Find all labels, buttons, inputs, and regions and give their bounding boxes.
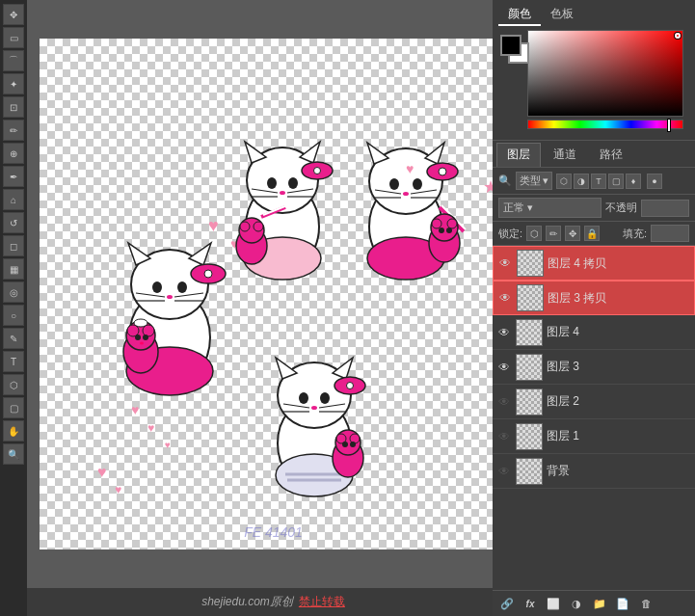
svg-text:♥: ♥ xyxy=(115,483,121,496)
layer-name: 图层 3 拷贝 xyxy=(548,290,690,307)
layer-adjustment-btn[interactable]: ◑ xyxy=(568,595,585,612)
foreground-color[interactable] xyxy=(500,35,521,56)
layer-item[interactable]: 👁 图层 4 xyxy=(493,315,695,350)
tool-crop[interactable]: ⊡ xyxy=(3,96,24,118)
svg-point-25 xyxy=(135,335,141,340)
layer-filter-adjust[interactable]: ◑ xyxy=(574,174,589,189)
opacity-label: 不透明 xyxy=(605,201,637,215)
tool-select[interactable]: ▭ xyxy=(3,27,24,48)
layer-visibility-toggle[interactable]: 👁 xyxy=(497,255,513,271)
layer-visibility-toggle[interactable]: 👁 xyxy=(496,360,512,375)
layer-new-btn[interactable]: 📄 xyxy=(614,595,631,612)
layer-thumbnail xyxy=(516,423,543,450)
canvas-document[interactable]: ♥ ♥ ★ ★ ♥ ♥ ♥ xyxy=(40,39,508,549)
svg-point-36 xyxy=(389,178,399,190)
layer-item[interactable]: 👁 图层 3 拷贝 xyxy=(493,281,695,315)
layer-item[interactable]: 👁 图层 4 拷贝 xyxy=(493,246,695,281)
svg-point-81 xyxy=(320,392,330,404)
tool-eraser[interactable]: ◻ xyxy=(3,235,24,256)
svg-point-92 xyxy=(350,442,356,447)
tab-channels[interactable]: 通道 xyxy=(543,143,587,167)
svg-point-82 xyxy=(311,406,317,410)
tool-zoom[interactable]: 🔍 xyxy=(3,443,24,465)
layer-thumbnail xyxy=(516,388,543,415)
layer-name: 图层 4 拷贝 xyxy=(548,255,690,272)
fill-label: 填充: xyxy=(623,227,647,241)
tool-shape[interactable]: ▢ xyxy=(3,397,24,418)
tool-dodge[interactable]: ○ xyxy=(3,305,24,326)
watermark-link: 禁止转载 xyxy=(299,594,345,610)
svg-point-60 xyxy=(280,191,285,195)
svg-text:♥: ♥ xyxy=(131,402,139,417)
layer-options: 🔍 类型 ▾ ⬡ ◑ T ▢ ♦ ● xyxy=(493,168,695,195)
layer-visibility-toggle[interactable]: 👁 xyxy=(497,290,513,306)
left-toolbar: ✥ ▭ ⌒ ✦ ⊡ ✏ ⊕ ✒ ⌂ ↺ ◻ ▦ ◎ ○ ✎ T ⬡ ▢ ✋ 🔍 xyxy=(0,0,27,616)
tool-hand[interactable]: ✋ xyxy=(3,420,24,442)
layer-list: 👁 图层 4 拷贝 👁 图层 3 拷贝 👁 图层 4 xyxy=(493,246,695,590)
tool-pen[interactable]: ✎ xyxy=(3,328,24,349)
tool-stamp[interactable]: ⌂ xyxy=(3,189,24,210)
tab-layers[interactable]: 图层 xyxy=(496,143,541,167)
layer-filter-smart[interactable]: ♦ xyxy=(626,174,641,189)
layer-filter-toggle[interactable]: ● xyxy=(647,174,662,189)
svg-point-47 xyxy=(432,219,441,228)
lock-transparent[interactable]: ⬡ xyxy=(526,226,542,241)
svg-text:♥: ♥ xyxy=(97,464,107,480)
svg-text:♥: ♥ xyxy=(406,161,414,176)
tab-paths[interactable]: 路径 xyxy=(589,143,633,167)
layer-mask-btn[interactable]: ⬜ xyxy=(545,595,562,612)
tool-text[interactable]: T xyxy=(3,351,24,372)
tab-swatches[interactable]: 色板 xyxy=(541,4,583,26)
layer-link-btn[interactable]: 🔗 xyxy=(498,595,516,612)
lock-all[interactable]: 🔒 xyxy=(584,226,600,241)
svg-point-48 xyxy=(447,219,457,228)
layer-name: 背景 xyxy=(547,463,691,479)
svg-point-27 xyxy=(140,342,144,345)
svg-point-49 xyxy=(439,228,444,233)
tool-path[interactable]: ⬡ xyxy=(3,374,24,395)
tab-color[interactable]: 颜色 xyxy=(498,4,541,26)
layer-filter-type[interactable]: T xyxy=(591,174,606,189)
lock-label: 锁定: xyxy=(498,227,522,241)
layer-thumbnail xyxy=(517,250,544,277)
tool-eyedrop[interactable]: ✏ xyxy=(3,120,24,141)
tool-brush[interactable]: ✒ xyxy=(3,166,24,187)
svg-point-67 xyxy=(240,222,250,231)
tool-move[interactable]: ✥ xyxy=(3,4,24,25)
layer-type-dropdown[interactable]: 类型 ▾ xyxy=(516,172,552,190)
layer-filter-pixel[interactable]: ⬡ xyxy=(556,174,572,189)
svg-point-35 xyxy=(439,168,446,175)
layer-item[interactable]: 👁 图层 1 xyxy=(493,419,695,454)
layer-folder-btn[interactable]: 📁 xyxy=(591,595,608,612)
svg-point-59 xyxy=(288,177,298,189)
tool-history[interactable]: ↺ xyxy=(3,212,24,233)
layer-delete-btn[interactable]: 🗑 xyxy=(637,595,655,612)
svg-point-15 xyxy=(177,281,187,293)
layer-fx-btn[interactable]: fx xyxy=(521,595,539,612)
layer-item[interactable]: 👁 图层 3 xyxy=(493,350,695,385)
lock-move[interactable]: ✥ xyxy=(565,226,580,241)
canvas-content: ♥ ♥ ★ ★ ♥ ♥ ♥ xyxy=(40,39,508,549)
layer-item[interactable]: 👁 图层 2 xyxy=(493,385,695,419)
blend-mode-dropdown[interactable]: 正常 ▾ xyxy=(498,198,601,218)
opacity-input[interactable] xyxy=(641,200,689,217)
layer-visibility-toggle[interactable]: 👁 xyxy=(496,464,512,479)
layer-visibility-toggle[interactable]: 👁 xyxy=(496,394,512,410)
lock-row: 锁定: ⬡ ✏ ✥ 🔒 填充: xyxy=(493,222,695,246)
layer-visibility-toggle[interactable]: 👁 xyxy=(496,325,512,340)
svg-point-68 xyxy=(254,222,263,231)
tool-lasso[interactable]: ⌒ xyxy=(3,50,24,71)
layer-bottom-bar: 🔗 fx ⬜ ◑ 📁 📄 🗑 xyxy=(493,590,695,616)
layer-filter-shape[interactable]: ▢ xyxy=(608,174,624,189)
layer-thumbnail xyxy=(516,458,543,485)
layer-visibility-toggle[interactable]: 👁 xyxy=(496,429,512,444)
fill-input[interactable] xyxy=(651,225,689,242)
color-section: 颜色 色板 xyxy=(493,0,695,141)
layer-item[interactable]: 👁 背景 xyxy=(493,454,695,489)
tool-heal[interactable]: ⊕ xyxy=(3,143,24,164)
svg-point-79 xyxy=(346,383,353,389)
tool-blur[interactable]: ◎ xyxy=(3,281,24,303)
tool-gradient[interactable]: ▦ xyxy=(3,258,24,280)
lock-brush[interactable]: ✏ xyxy=(546,226,561,241)
tool-magic[interactable]: ✦ xyxy=(3,73,24,94)
